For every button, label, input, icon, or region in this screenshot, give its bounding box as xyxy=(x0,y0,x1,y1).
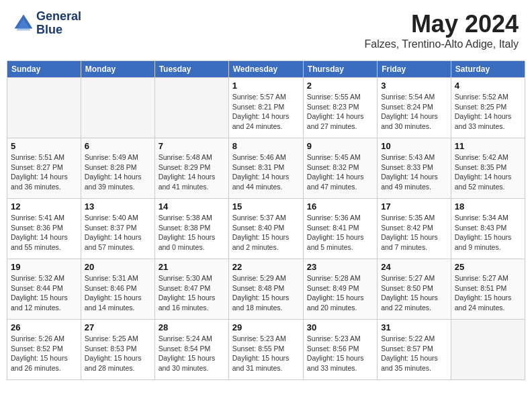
day-number: 28 xyxy=(159,322,225,332)
day-number: 19 xyxy=(11,262,77,272)
day-info: Sunrise: 5:22 AMSunset: 8:57 PMDaylight:… xyxy=(381,334,447,373)
day-number: 15 xyxy=(232,201,300,212)
calendar-cell: 1Sunrise: 5:57 AMSunset: 8:21 PMDaylight… xyxy=(228,78,303,138)
calendar-week-row: 5Sunrise: 5:51 AMSunset: 8:27 PMDaylight… xyxy=(7,138,525,199)
calendar-cell: 12Sunrise: 5:41 AMSunset: 8:36 PMDayligh… xyxy=(7,199,81,259)
day-number: 1 xyxy=(232,81,300,91)
day-number: 11 xyxy=(455,141,521,151)
calendar-cell xyxy=(154,78,228,138)
calendar-cell: 20Sunrise: 5:31 AMSunset: 8:46 PMDayligh… xyxy=(81,259,154,320)
calendar-table: SundayMondayTuesdayWednesdayThursdayFrid… xyxy=(7,60,525,380)
calendar-cell: 23Sunrise: 5:28 AMSunset: 8:49 PMDayligh… xyxy=(303,259,377,320)
calendar-cell: 25Sunrise: 5:27 AMSunset: 8:51 PMDayligh… xyxy=(451,259,525,320)
day-number: 22 xyxy=(232,262,300,272)
day-number: 17 xyxy=(381,201,447,212)
calendar-cell xyxy=(7,78,81,138)
day-number: 10 xyxy=(381,141,447,151)
calendar-body: 1Sunrise: 5:57 AMSunset: 8:21 PMDaylight… xyxy=(7,78,525,380)
day-info: Sunrise: 5:24 AMSunset: 8:54 PMDaylight:… xyxy=(159,334,225,373)
calendar-cell: 13Sunrise: 5:40 AMSunset: 8:37 PMDayligh… xyxy=(81,199,154,259)
weekday-header-cell: Friday xyxy=(378,61,451,78)
day-number: 5 xyxy=(11,141,77,151)
day-number: 26 xyxy=(11,322,77,332)
day-info: Sunrise: 5:52 AMSunset: 8:25 PMDaylight:… xyxy=(455,92,521,132)
calendar-cell: 3Sunrise: 5:54 AMSunset: 8:24 PMDaylight… xyxy=(378,78,451,138)
calendar-cell: 10Sunrise: 5:43 AMSunset: 8:33 PMDayligh… xyxy=(378,138,451,199)
day-info: Sunrise: 5:30 AMSunset: 8:47 PMDaylight:… xyxy=(159,273,225,313)
calendar-cell: 14Sunrise: 5:38 AMSunset: 8:38 PMDayligh… xyxy=(154,199,228,259)
day-info: Sunrise: 5:55 AMSunset: 8:23 PMDaylight:… xyxy=(307,92,373,132)
day-info: Sunrise: 5:25 AMSunset: 8:53 PMDaylight:… xyxy=(85,334,151,373)
day-number: 2 xyxy=(307,81,373,91)
weekday-header-cell: Wednesday xyxy=(228,61,303,78)
calendar-cell: 31Sunrise: 5:22 AMSunset: 8:57 PMDayligh… xyxy=(378,320,451,380)
calendar-week-row: 19Sunrise: 5:32 AMSunset: 8:44 PMDayligh… xyxy=(7,259,525,320)
day-info: Sunrise: 5:48 AMSunset: 8:29 PMDaylight:… xyxy=(159,152,225,192)
day-info: Sunrise: 5:23 AMSunset: 8:56 PMDaylight:… xyxy=(307,334,373,373)
day-info: Sunrise: 5:28 AMSunset: 8:49 PMDaylight:… xyxy=(307,273,373,313)
day-info: Sunrise: 5:27 AMSunset: 8:50 PMDaylight:… xyxy=(381,273,447,313)
day-number: 3 xyxy=(381,81,447,91)
day-info: Sunrise: 5:49 AMSunset: 8:28 PMDaylight:… xyxy=(85,152,151,192)
calendar-cell: 18Sunrise: 5:34 AMSunset: 8:43 PMDayligh… xyxy=(451,199,525,259)
weekday-header-cell: Thursday xyxy=(303,61,377,78)
calendar-cell: 17Sunrise: 5:35 AMSunset: 8:42 PMDayligh… xyxy=(378,199,451,259)
day-number: 9 xyxy=(307,141,373,151)
day-info: Sunrise: 5:34 AMSunset: 8:43 PMDaylight:… xyxy=(455,213,521,253)
day-info: Sunrise: 5:36 AMSunset: 8:41 PMDaylight:… xyxy=(307,213,373,253)
logo-icon xyxy=(13,13,34,34)
calendar-cell: 26Sunrise: 5:26 AMSunset: 8:52 PMDayligh… xyxy=(7,320,81,380)
day-info: Sunrise: 5:51 AMSunset: 8:27 PMDaylight:… xyxy=(11,152,77,192)
day-number: 4 xyxy=(455,81,521,91)
calendar-week-row: 26Sunrise: 5:26 AMSunset: 8:52 PMDayligh… xyxy=(7,320,525,380)
day-number: 18 xyxy=(455,201,521,212)
day-info: Sunrise: 5:32 AMSunset: 8:44 PMDaylight:… xyxy=(11,273,77,313)
calendar-cell: 22Sunrise: 5:29 AMSunset: 8:48 PMDayligh… xyxy=(228,259,303,320)
logo-text: General Blue xyxy=(36,10,81,37)
day-number: 16 xyxy=(307,201,373,212)
calendar-cell: 24Sunrise: 5:27 AMSunset: 8:50 PMDayligh… xyxy=(378,259,451,320)
day-info: Sunrise: 5:57 AMSunset: 8:21 PMDaylight:… xyxy=(232,92,300,132)
calendar-cell: 15Sunrise: 5:37 AMSunset: 8:40 PMDayligh… xyxy=(228,199,303,259)
day-info: Sunrise: 5:31 AMSunset: 8:46 PMDaylight:… xyxy=(85,273,151,313)
calendar-cell: 21Sunrise: 5:30 AMSunset: 8:47 PMDayligh… xyxy=(154,259,228,320)
day-number: 7 xyxy=(159,141,225,151)
day-number: 8 xyxy=(232,141,300,151)
day-info: Sunrise: 5:42 AMSunset: 8:35 PMDaylight:… xyxy=(455,152,521,192)
calendar-cell xyxy=(451,320,525,380)
calendar-cell: 6Sunrise: 5:49 AMSunset: 8:28 PMDaylight… xyxy=(81,138,154,199)
day-info: Sunrise: 5:37 AMSunset: 8:40 PMDaylight:… xyxy=(232,213,300,253)
day-info: Sunrise: 5:40 AMSunset: 8:37 PMDaylight:… xyxy=(85,213,151,253)
day-info: Sunrise: 5:27 AMSunset: 8:51 PMDaylight:… xyxy=(455,273,521,313)
day-info: Sunrise: 5:41 AMSunset: 8:36 PMDaylight:… xyxy=(11,213,77,253)
calendar-cell: 11Sunrise: 5:42 AMSunset: 8:35 PMDayligh… xyxy=(451,138,525,199)
weekday-header-cell: Monday xyxy=(81,61,154,78)
day-info: Sunrise: 5:35 AMSunset: 8:42 PMDaylight:… xyxy=(381,213,447,253)
calendar-cell: 2Sunrise: 5:55 AMSunset: 8:23 PMDaylight… xyxy=(303,78,377,138)
calendar-cell: 28Sunrise: 5:24 AMSunset: 8:54 PMDayligh… xyxy=(154,320,228,380)
day-number: 24 xyxy=(381,262,447,272)
day-number: 20 xyxy=(85,262,151,272)
logo: General Blue xyxy=(13,10,81,37)
calendar-cell: 4Sunrise: 5:52 AMSunset: 8:25 PMDaylight… xyxy=(451,78,525,138)
page-header: General Blue May 2024 Falzes, Trentino-A… xyxy=(7,7,525,54)
day-number: 14 xyxy=(159,201,225,212)
day-info: Sunrise: 5:26 AMSunset: 8:52 PMDaylight:… xyxy=(11,334,77,373)
month-title: May 2024 xyxy=(365,10,519,38)
day-info: Sunrise: 5:29 AMSunset: 8:48 PMDaylight:… xyxy=(232,273,300,313)
location-title: Falzes, Trentino-Alto Adige, Italy xyxy=(365,38,519,50)
weekday-header-cell: Tuesday xyxy=(154,61,228,78)
weekday-header-cell: Saturday xyxy=(451,61,525,78)
weekday-header-cell: Sunday xyxy=(7,61,81,78)
day-number: 6 xyxy=(85,141,151,151)
day-info: Sunrise: 5:46 AMSunset: 8:31 PMDaylight:… xyxy=(232,152,300,192)
title-block: May 2024 Falzes, Trentino-Alto Adige, It… xyxy=(365,10,519,50)
calendar-cell: 5Sunrise: 5:51 AMSunset: 8:27 PMDaylight… xyxy=(7,138,81,199)
weekday-header-row: SundayMondayTuesdayWednesdayThursdayFrid… xyxy=(7,61,525,78)
day-number: 31 xyxy=(381,322,447,332)
day-number: 12 xyxy=(11,201,77,212)
calendar-cell: 29Sunrise: 5:23 AMSunset: 8:55 PMDayligh… xyxy=(228,320,303,380)
calendar-cell: 27Sunrise: 5:25 AMSunset: 8:53 PMDayligh… xyxy=(81,320,154,380)
day-number: 29 xyxy=(232,322,300,332)
calendar-cell: 30Sunrise: 5:23 AMSunset: 8:56 PMDayligh… xyxy=(303,320,377,380)
